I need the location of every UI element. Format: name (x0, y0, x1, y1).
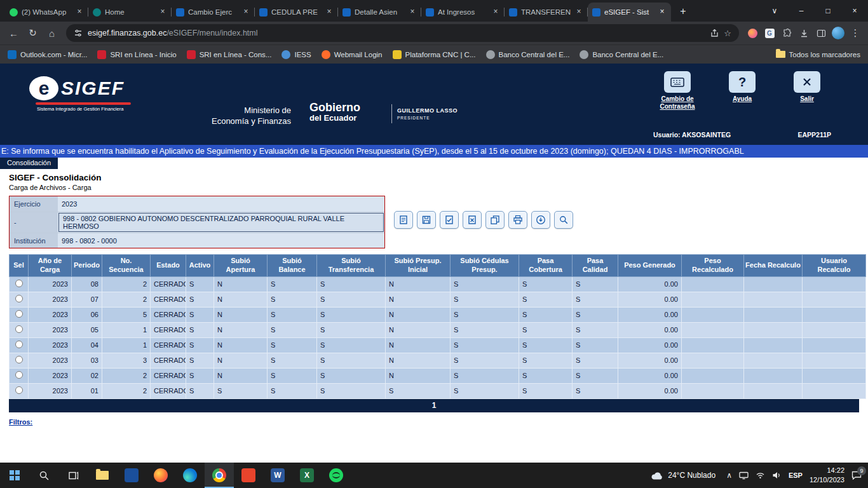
tab-close-icon[interactable]: × (408, 8, 417, 17)
start-button[interactable] (0, 463, 29, 488)
clock[interactable]: 14:22 12/10/2023 (810, 466, 844, 485)
browser-tab[interactable]: eSIGEF - Sist× (588, 3, 671, 22)
tab-close-icon[interactable]: × (158, 8, 167, 17)
esigef-favicon (342, 8, 351, 17)
excel-button[interactable]: X (292, 463, 322, 488)
weather-widget[interactable]: 24°C Nublado (647, 470, 719, 480)
downloads-icon[interactable] (796, 25, 811, 41)
tab-close-icon[interactable]: × (574, 8, 583, 17)
address-bar[interactable]: esigef.finanzas.gob.ec/eSIGEF/menu/index… (66, 24, 739, 42)
search-icon[interactable] (554, 211, 573, 229)
site-info-icon[interactable] (74, 29, 83, 37)
header-actions: Cambio de Contraseña ? Ayuda Salir (653, 71, 831, 111)
row-select-radio[interactable] (15, 341, 23, 348)
validate-icon[interactable] (440, 211, 459, 229)
print-icon[interactable] (508, 211, 527, 229)
app-blue-button[interactable] (117, 463, 146, 488)
tab-close-icon[interactable]: × (658, 8, 667, 17)
save-icon[interactable] (417, 211, 436, 229)
taskbar-search-button[interactable] (29, 463, 58, 488)
tab-search-icon[interactable]: ∨ (761, 0, 788, 22)
bookmark-item[interactable]: Outlook.com - Micr... (8, 50, 87, 59)
volume-icon[interactable] (772, 471, 782, 479)
bookmark-star-icon[interactable]: ☆ (724, 29, 731, 38)
row-select-radio[interactable] (15, 295, 23, 302)
minimize-button[interactable]: – (788, 0, 815, 22)
bookmark-item[interactable]: SRI en Línea - Cons... (187, 50, 272, 59)
table-cell: 5 (102, 307, 151, 322)
row-select-radio[interactable] (15, 325, 23, 333)
browser-tab[interactable]: Home× (88, 3, 172, 22)
app-red-button[interactable] (234, 463, 263, 488)
tab-close-icon[interactable]: × (491, 8, 500, 17)
browser-tab[interactable]: TRANSFEREN× (505, 3, 588, 22)
file-explorer-button[interactable] (88, 463, 117, 488)
info-row-institucion: Institución 998 - 0802 - 0000 (10, 233, 384, 248)
close-button[interactable]: × (841, 0, 868, 22)
chrome-button[interactable] (205, 463, 234, 488)
back-button[interactable]: ← (5, 25, 22, 42)
display-icon[interactable] (739, 471, 749, 480)
bookmark-item[interactable]: Banco Central del E... (580, 50, 663, 59)
language-indicator[interactable]: ESP (789, 471, 803, 479)
help-button[interactable]: ? Ayuda (718, 71, 766, 111)
firefox-button[interactable] (146, 463, 175, 488)
browser-tab[interactable]: At Ingresos× (421, 3, 505, 22)
copy-icon[interactable] (485, 211, 505, 229)
row-select-radio[interactable] (15, 356, 23, 363)
tab-close-icon[interactable]: × (75, 8, 84, 17)
column-header: Subió Presup. Inicial (386, 255, 451, 277)
tab-close-icon[interactable]: × (325, 8, 334, 17)
bookmark-item[interactable]: SRI en Línea - Inicio (97, 50, 176, 59)
translate-icon[interactable]: G (762, 25, 777, 41)
edge-button[interactable] (175, 463, 205, 488)
home-button[interactable]: ⌂ (43, 25, 60, 42)
tab-consolidacion[interactable]: Consolidación (0, 158, 58, 169)
table-cell: 0.00 (618, 353, 682, 368)
table-cell: S (317, 353, 386, 368)
bookmark-item[interactable]: Plataforma CNC | C... (393, 50, 476, 59)
extension-icon[interactable] (745, 25, 760, 41)
reload-button[interactable]: ↻ (24, 25, 41, 42)
extensions-puzzle-icon[interactable] (779, 25, 794, 41)
profile-avatar[interactable] (831, 25, 846, 41)
url-text[interactable]: esigef.finanzas.gob.ec/eSIGEF/menu/index… (88, 29, 705, 37)
spotify-button[interactable] (322, 463, 351, 488)
column-header: Usuario Recalculo (803, 255, 866, 277)
task-view-button[interactable] (58, 463, 88, 488)
hidden-icons-chevron[interactable]: ∧ (726, 471, 732, 480)
browser-tab[interactable]: Cambio Ejerc× (172, 3, 255, 22)
row-select-radio[interactable] (15, 310, 23, 318)
browser-tab[interactable]: (2) WhatsApp× (5, 3, 88, 22)
row-select-radio[interactable] (15, 386, 23, 394)
exit-button[interactable]: Salir (783, 71, 831, 111)
delete-icon[interactable] (463, 211, 482, 229)
table-cell (803, 307, 866, 322)
browser-tab[interactable]: CEDULA PRE× (255, 3, 338, 22)
change-password-button[interactable]: Cambio de Contraseña (653, 71, 702, 111)
window-controls: ∨ – □ × (761, 0, 868, 22)
page-number[interactable]: 1 (432, 401, 437, 410)
row-select-radio[interactable] (15, 280, 23, 287)
filters-link[interactable]: Filtros: (9, 418, 32, 426)
esigef-favicon (176, 8, 184, 17)
network-icon[interactable] (756, 471, 765, 479)
tab-title: Home (105, 8, 154, 16)
notification-center-button[interactable]: 9 (851, 471, 862, 480)
new-tab-button[interactable]: + (675, 3, 691, 20)
tab-close-icon[interactable]: × (241, 8, 250, 17)
table-cell (744, 276, 803, 292)
bookmark-item[interactable]: Webmail Login (322, 50, 383, 59)
share-icon[interactable] (710, 29, 719, 37)
browser-menu-icon[interactable]: ⋮ (848, 25, 863, 41)
word-button[interactable]: W (263, 463, 292, 488)
row-select-radio[interactable] (15, 371, 23, 379)
bookmark-item[interactable]: Banco Central del E... (486, 50, 570, 59)
bookmark-item[interactable]: IESS (281, 50, 311, 59)
all-bookmarks-button[interactable]: Todos los marcadores (776, 51, 861, 58)
maximize-button[interactable]: □ (815, 0, 841, 22)
download-icon[interactable] (531, 211, 550, 229)
new-record-icon[interactable] (394, 211, 413, 229)
browser-tab[interactable]: Detalle Asien× (338, 3, 421, 22)
sidebar-icon[interactable] (813, 25, 829, 41)
